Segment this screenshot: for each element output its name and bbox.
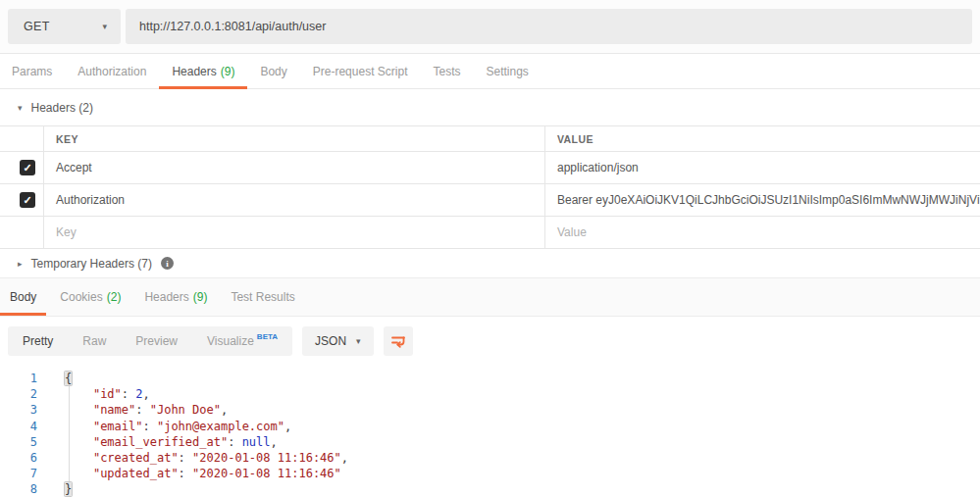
headers-section-toggle[interactable]: ▾ Headers (2)	[0, 89, 980, 125]
wrap-lines-icon	[390, 333, 406, 349]
view-mode-tab[interactable]: Pretty	[8, 326, 68, 356]
row-checkbox[interactable]: ✓	[20, 192, 35, 208]
method-label: GET	[24, 20, 50, 33]
response-body-editor[interactable]: 1{2 "id": 2,3 "name": "John Doe",4 "emai…	[0, 366, 980, 497]
view-mode-label: Preview	[135, 334, 178, 348]
temporary-headers-toggle[interactable]: ▸ Temporary Headers (7) i	[0, 249, 980, 278]
indent-guide	[69, 386, 70, 481]
code-line: 5 "email_verified_at": null,	[0, 434, 980, 450]
header-key-cell[interactable]: Accept	[44, 152, 545, 183]
header-value-cell[interactable]: application/json	[545, 152, 980, 183]
line-content: "name": "John Doe",	[65, 402, 228, 418]
code-line: 8}	[0, 481, 980, 497]
tab-label: Body	[260, 65, 286, 78]
request-tab[interactable]: Tests	[433, 54, 460, 88]
headers-table-rows: ✓ Accept application/json ✓ Authorizatio…	[0, 152, 980, 217]
line-content: "id": 2,	[65, 386, 150, 402]
line-content: "updated_at": "2020-01-08 11:16:46"	[65, 466, 341, 481]
headers-section-title: Headers (2)	[31, 101, 93, 115]
line-number: 8	[0, 481, 37, 497]
url-bar: GET ▾ http://127.0.0.1:8081/api/auth/use…	[0, 0, 980, 54]
request-tab[interactable]: Settings	[487, 54, 529, 88]
line-content: "email": "john@example.com",	[65, 419, 291, 434]
info-icon[interactable]: i	[161, 257, 174, 270]
value-placeholder-field[interactable]: Value	[545, 217, 980, 248]
check-icon: ✓	[23, 163, 31, 174]
line-number: 2	[0, 386, 37, 402]
request-tab[interactable]: Authorization	[77, 54, 146, 88]
checkbox-cell: ✓	[0, 152, 44, 183]
line-content: "created_at": "2020-01-08 11:16:46",	[65, 450, 348, 466]
headers-table-header: KEY VALUE	[0, 126, 980, 152]
tab-label: Authorization	[77, 65, 146, 78]
value-column-header: VALUE	[545, 126, 980, 151]
triangle-right-icon: ▸	[18, 259, 23, 269]
new-header-row: Key Value	[0, 217, 980, 249]
line-number: 7	[0, 466, 37, 481]
request-tab[interactable]: Pre-request Script	[313, 54, 408, 88]
line-number: 4	[0, 419, 37, 434]
key-column-header: KEY	[44, 126, 545, 151]
line-number: 3	[0, 402, 37, 418]
code-line: 4 "email": "john@example.com",	[0, 419, 980, 434]
header-row: ✓ Accept application/json	[0, 152, 980, 184]
line-number: 6	[0, 450, 37, 466]
request-tabs: Params Authorization Headers (9) Body Pr…	[0, 54, 980, 89]
key-placeholder-field[interactable]: Key	[44, 217, 545, 248]
request-tab[interactable]: Headers (9)	[172, 54, 234, 88]
tab-label: Headers	[172, 65, 216, 78]
code-line: 1{	[0, 371, 980, 386]
headers-table: KEY VALUE ✓ Accept application/json	[0, 125, 980, 249]
tab-count: (2)	[107, 290, 122, 304]
code-line: 7 "updated_at": "2020-01-08 11:16:46"	[0, 466, 980, 481]
line-number: 5	[0, 434, 37, 450]
view-mode-label: Pretty	[23, 334, 53, 348]
response-tab[interactable]: Cookies (2)	[60, 278, 121, 316]
triangle-down-icon: ▾	[18, 103, 23, 113]
request-tab[interactable]: Body	[260, 54, 286, 88]
chevron-down-icon: ▾	[102, 22, 107, 31]
header-key-cell[interactable]: Authorization	[44, 184, 545, 216]
response-tab[interactable]: Body	[10, 278, 36, 316]
checkbox-cell: ✓	[0, 184, 44, 216]
code-lines: 1{2 "id": 2,3 "name": "John Doe",4 "emai…	[0, 371, 980, 497]
line-number: 1	[0, 371, 37, 386]
response-tabs: Body Cookies (2) Headers (9) Test Result…	[0, 278, 980, 317]
view-mode-label: Visualize	[207, 334, 254, 348]
response-tab[interactable]: Headers (9)	[144, 278, 207, 316]
check-icon: ✓	[23, 195, 31, 206]
view-mode-tab[interactable]: Preview	[121, 326, 192, 356]
view-mode-label: Raw	[82, 334, 106, 348]
url-input[interactable]: http://127.0.0.1:8081/api/auth/user	[126, 9, 972, 44]
view-mode-tab[interactable]: Visualize BETA	[192, 326, 292, 356]
checkbox-column-header	[0, 126, 44, 151]
beta-badge: BETA	[257, 332, 278, 341]
tab-label: Tests	[433, 65, 460, 78]
view-mode-switcher: Pretty Raw Preview Visualize BETA	[8, 326, 292, 356]
code-line: 3 "name": "John Doe",	[0, 402, 980, 418]
tab-label: Cookies	[60, 290, 102, 304]
response-view-bar: Pretty Raw Preview Visualize BETA	[0, 317, 980, 366]
line-content: }	[65, 481, 72, 497]
request-tab[interactable]: Params	[12, 54, 52, 88]
tab-label: Pre-request Script	[313, 65, 408, 78]
code-line: 6 "created_at": "2020-01-08 11:16:46",	[0, 450, 980, 466]
tab-label: Headers	[144, 290, 188, 304]
checkbox-cell	[0, 217, 44, 248]
format-select[interactable]: JSON ▾	[302, 326, 374, 356]
tab-count: (9)	[193, 290, 208, 304]
row-checkbox[interactable]: ✓	[20, 160, 35, 175]
tab-label: Test Results	[231, 290, 294, 304]
tab-label: Settings	[487, 65, 529, 78]
code-line: 2 "id": 2,	[0, 386, 980, 402]
method-select[interactable]: GET ▾	[8, 9, 121, 44]
header-value-cell[interactable]: Bearer eyJ0eXAiOiJKV1QiLCJhbGciOiJSUzI1N…	[545, 184, 980, 216]
wrap-lines-button[interactable]	[384, 326, 413, 356]
view-mode-tab[interactable]: Raw	[68, 326, 121, 356]
line-content: "email_verified_at": null,	[65, 434, 278, 450]
response-tab[interactable]: Test Results	[231, 278, 294, 316]
format-label: JSON	[315, 334, 346, 348]
line-content: {	[65, 371, 72, 386]
chevron-down-icon: ▾	[356, 336, 361, 346]
header-row: ✓ Authorization Bearer eyJ0eXAiOiJKV1QiL…	[0, 184, 980, 217]
